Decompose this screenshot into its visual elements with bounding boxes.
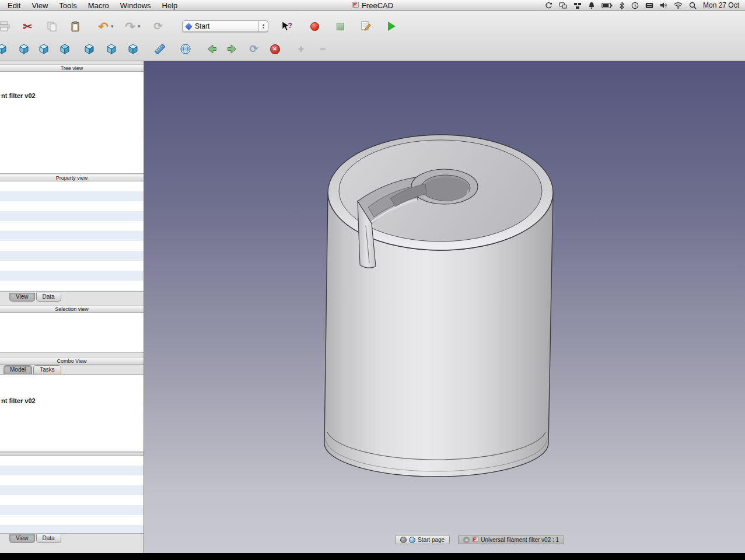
keyboard-layout-icon[interactable] [645,2,653,9]
view-toolbar: ⟳ ✕ + − [0,39,745,59]
redo-dropdown-icon[interactable]: ▾ [138,23,144,29]
redo-icon[interactable]: ↷ [123,19,138,34]
globe-tab-icon [409,537,415,543]
property-view-header: Property view [0,174,144,181]
tree-view-header: Tree view [0,64,144,72]
spotlight-icon[interactable] [689,2,697,9]
file-macro-toolbar: ✂ ↶ ▾ ↷ ▾ ⟳ Start ▲▼ ? [0,16,745,37]
view-top-icon[interactable] [57,41,72,57]
tree-view-panel[interactable]: nt filter v02 [0,72,144,174]
model-3d[interactable] [319,131,558,484]
menu-tools[interactable]: Tools [59,1,76,10]
freecad-window: Edit View Tools Macro Windows Help FreeC… [0,0,745,560]
bell-icon[interactable] [588,2,595,9]
menu-windows[interactable]: Windows [120,1,151,10]
volume-icon[interactable] [660,2,667,9]
combo-tree-panel[interactable]: nt filter v02 [0,374,144,452]
toolbar-area: ✂ ↶ ▾ ↷ ▾ ⟳ Start ▲▼ ? [0,11,745,61]
gear-icon [400,537,407,543]
document-tab-bar: Start page ✕ Universal filament filter v… [395,535,564,544]
app-title-area: FreeCAD [352,1,393,10]
tab-view-2[interactable]: View [9,534,35,543]
tab-data[interactable]: Data [36,293,61,302]
combo-stepper-icon[interactable]: ▲▼ [258,21,268,32]
tab-close-icon[interactable]: ✕ [463,537,470,543]
macro-edit-icon[interactable] [358,19,373,34]
property-grid [0,181,144,292]
menu-view[interactable]: View [32,1,48,10]
screen-letterbox [0,553,745,560]
left-dock: Tree view nt filter v02 Property view Vi… [0,61,144,553]
macro-execute-icon[interactable] [384,19,399,34]
app-title: FreeCAD [362,1,393,10]
zoom-out-icon[interactable]: − [315,41,330,57]
menu-help[interactable]: Help [162,1,178,10]
menu-edit[interactable]: Edit [8,1,20,10]
measure-icon[interactable] [152,41,167,57]
view-rear-icon[interactable] [104,41,119,57]
tab-data-2[interactable]: Data [36,534,61,543]
freecad-doc-icon [472,536,478,544]
combo-property-grid [0,456,144,534]
freecad-logo-icon [352,1,359,10]
undo-icon[interactable]: ↶ [96,19,111,34]
macro-record-icon[interactable] [307,19,322,34]
zoom-in-icon[interactable]: + [293,41,309,57]
view-refresh-icon[interactable]: ⟳ [246,41,261,57]
svg-text:?: ? [288,22,292,30]
menu-macro[interactable]: Macro [88,1,109,10]
combo-view-header: Combo View [0,357,144,365]
tab-document[interactable]: ✕ Universal filament filter v02 : 1 [458,535,564,544]
view-front-icon[interactable] [36,41,51,57]
time-machine-icon[interactable] [631,2,639,9]
tree-item-document[interactable]: nt filter v02 [0,92,144,99]
whats-this-icon[interactable]: ? [279,19,294,34]
view-fit-icon[interactable] [0,41,9,57]
wifi-icon[interactable] [674,2,683,9]
close-document-icon[interactable]: ✕ [267,41,282,57]
view-right-icon[interactable] [82,41,97,57]
view-bottom-icon[interactable] [125,41,141,57]
tab-model[interactable]: Model [4,365,32,374]
3d-viewport[interactable]: Start page ✕ Universal filament filter v… [144,61,745,553]
bluetooth-icon[interactable] [619,2,625,9]
cut-icon[interactable]: ✂ [20,19,35,34]
combo-tree-item-document[interactable]: nt filter v02 [0,397,144,404]
combo-bottom-tabs: View Data [9,534,61,543]
undo-dropdown-icon[interactable]: ▾ [111,23,117,29]
selection-view-header: Selection view [0,305,144,313]
tab-view[interactable]: View [9,293,35,302]
workbench-icon [185,23,193,30]
tab-document-label: Universal filament filter v02 : 1 [481,537,559,543]
battery-icon[interactable] [601,2,613,9]
workbench-value: Start [195,22,209,30]
menu-items: Edit View Tools Macro Windows Help [0,1,177,10]
copy-icon[interactable] [44,19,60,34]
tab-start-page[interactable]: Start page [395,535,450,544]
workbench-selector[interactable]: Start ▲▼ [182,20,268,32]
menu-bar: Edit View Tools Macro Windows Help FreeC… [0,0,745,11]
tab-start-page-label: Start page [418,537,445,543]
selection-view-panel[interactable] [0,313,144,353]
paste-icon[interactable] [68,19,83,34]
menu-clock[interactable]: Mon 27 Oct [703,1,739,9]
view-isometric-icon[interactable] [16,41,32,57]
property-view-tabs: View Data [9,293,61,302]
sync-icon[interactable] [545,2,552,9]
print-icon[interactable] [0,19,12,34]
menu-status-area: Mon 27 Oct [545,1,745,9]
globe-icon[interactable] [178,41,193,57]
combo-view-tabs: Model Tasks [4,365,61,374]
refresh-icon[interactable]: ⟳ [151,19,166,34]
nav-forward-icon[interactable] [225,41,240,57]
mission-control-icon[interactable] [573,2,582,9]
displays-icon[interactable] [559,2,567,9]
main-area: Tree view nt filter v02 Property view Vi… [0,61,745,553]
tab-tasks[interactable]: Tasks [33,365,61,374]
nav-back-icon[interactable] [204,41,219,57]
macro-stop-icon[interactable] [333,19,348,34]
